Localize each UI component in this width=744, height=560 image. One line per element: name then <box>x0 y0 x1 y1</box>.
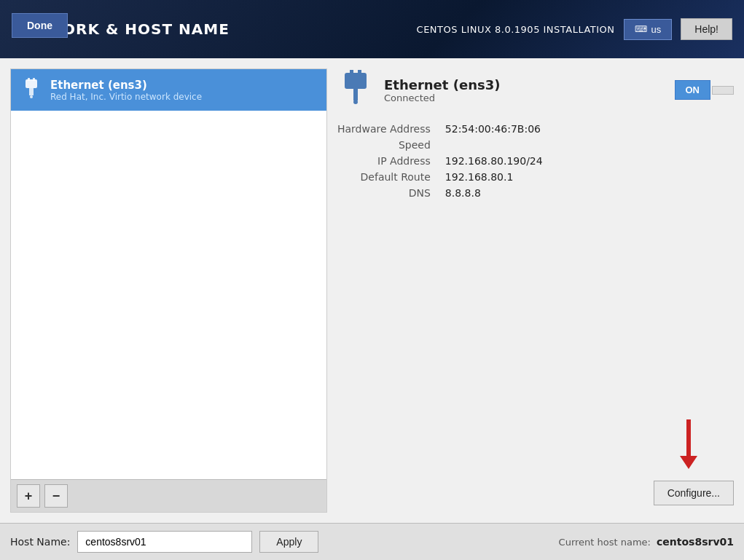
dns-label: DNS <box>337 187 431 199</box>
svg-rect-1 <box>28 78 30 81</box>
current-host-area: Current host name: centos8srv01 <box>559 536 734 548</box>
device-icon <box>337 68 374 111</box>
svg-rect-7 <box>358 70 361 74</box>
header: NETWORK & HOST NAME CENTOS LINUX 8.0.190… <box>0 0 744 58</box>
network-list-body <box>11 111 326 479</box>
svg-rect-2 <box>33 78 35 81</box>
network-item-text: Ethernet (ens3) Red Hat, Inc. Virtio net… <box>50 79 202 102</box>
hostname-label: Host Name: <box>10 536 70 548</box>
apply-button[interactable]: Apply <box>259 531 318 553</box>
arrow-head <box>680 456 697 469</box>
main-content: Ethernet (ens3) Red Hat, Inc. Virtio net… <box>0 58 744 560</box>
done-button[interactable]: Done <box>12 13 68 38</box>
toggle-on-button[interactable]: ON <box>675 80 711 100</box>
content-area: Ethernet (ens3) Red Hat, Inc. Virtio net… <box>0 58 744 523</box>
svg-rect-3 <box>29 88 34 95</box>
default-route-value: 192.168.80.1 <box>445 171 734 183</box>
header-controls: CENTOS LINUX 8.0.1905 INSTALLATION ⌨ us … <box>417 18 732 40</box>
speed-label: Speed <box>337 139 431 151</box>
current-host-value: centos8srv01 <box>657 536 734 548</box>
svg-rect-0 <box>26 79 37 88</box>
svg-point-9 <box>353 100 358 104</box>
svg-rect-5 <box>345 73 367 89</box>
arrow-indicator <box>680 419 697 469</box>
default-route-label: Default Route <box>337 171 431 183</box>
configure-button[interactable]: Configure... <box>654 481 734 505</box>
ethernet-icon <box>20 76 43 103</box>
speed-value <box>445 139 734 151</box>
hardware-address-label: Hardware Address <box>337 123 431 135</box>
device-detail-table: Hardware Address 52:54:00:46:7B:06 Speed… <box>337 123 734 199</box>
dns-value: 8.8.8.8 <box>445 187 734 199</box>
network-list-item[interactable]: Ethernet (ens3) Red Hat, Inc. Virtio net… <box>11 69 326 111</box>
svg-rect-8 <box>353 89 358 100</box>
hardware-address-value: 52:54:00:46:7B:06 <box>445 123 734 135</box>
svg-point-4 <box>30 95 33 98</box>
keyboard-label: us <box>651 24 662 35</box>
network-list-footer: + − <box>11 479 326 512</box>
device-header: Ethernet (ens3) Connected ON <box>337 68 734 111</box>
ip-address-label: IP Address <box>337 155 431 167</box>
device-name: Ethernet (ens3) <box>384 77 500 92</box>
arrow-shaft <box>686 419 691 456</box>
help-button[interactable]: Help! <box>681 18 732 40</box>
bottom-bar: Host Name: Apply Current host name: cent… <box>0 523 744 560</box>
network-item-name: Ethernet (ens3) <box>50 79 202 92</box>
keyboard-button[interactable]: ⌨ us <box>624 19 673 40</box>
device-info: Ethernet (ens3) Connected <box>337 68 500 111</box>
hostname-input[interactable] <box>77 531 252 553</box>
ethernet-device-icon <box>337 68 374 105</box>
ip-address-value: 192.168.80.190/24 <box>445 155 734 167</box>
network-list-panel: Ethernet (ens3) Red Hat, Inc. Virtio net… <box>10 68 327 513</box>
device-detail-panel: Ethernet (ens3) Connected ON Hardware Ad… <box>337 68 734 513</box>
svg-rect-6 <box>350 70 353 74</box>
device-text: Ethernet (ens3) Connected <box>384 77 500 103</box>
current-host-label: Current host name: <box>559 537 651 548</box>
toggle-off-button[interactable] <box>712 86 734 95</box>
add-network-button[interactable]: + <box>17 484 40 508</box>
toggle-container: ON <box>675 80 735 100</box>
ethernet-plug-icon <box>20 76 43 100</box>
installation-title: CENTOS LINUX 8.0.1905 INSTALLATION <box>417 24 615 35</box>
keyboard-icon: ⌨ <box>635 24 647 34</box>
device-status: Connected <box>384 92 500 103</box>
network-item-description: Red Hat, Inc. Virtio network device <box>50 92 202 102</box>
remove-network-button[interactable]: − <box>44 484 68 508</box>
configure-area: Configure... <box>337 213 734 513</box>
